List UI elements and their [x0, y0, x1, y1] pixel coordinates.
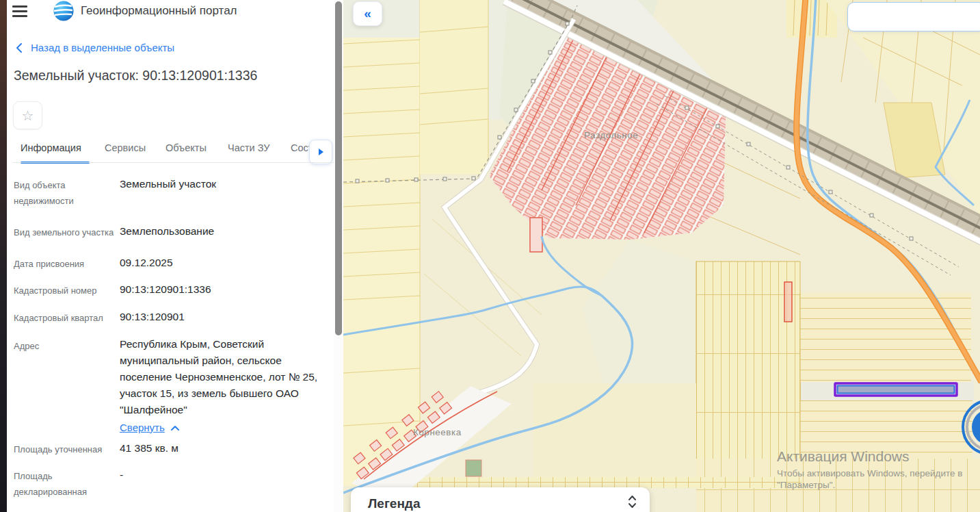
- back-link[interactable]: Назад в выделенные объекты: [16, 42, 174, 53]
- legend-panel[interactable]: Легенда: [351, 487, 650, 512]
- chevrons-up-down-icon: [627, 494, 637, 509]
- triangle-right-icon: [319, 149, 323, 155]
- map-search-box[interactable]: [847, 2, 980, 31]
- field-row: Площадь декларированная -: [14, 466, 328, 500]
- attributes-list: Вид объекта недвижимости Земельный участ…: [14, 175, 328, 500]
- field-row: Кадастровый номер 90:13:120901:1336: [14, 281, 328, 298]
- field-row: Вид объекта недвижимости Земельный участ…: [14, 175, 328, 209]
- background-window-edge: [0, 0, 7, 512]
- selected-parcel[interactable]: [835, 383, 957, 396]
- field-row: Площадь уточненная 41 385 кв. м: [14, 439, 328, 457]
- back-link-label: Назад в выделенные объекты: [31, 42, 174, 53]
- panel-collapse-button[interactable]: «: [353, 1, 382, 26]
- field-row: Вид земельного участка Землепользование: [14, 222, 328, 240]
- place-label-korneyevka: Корнеевка: [413, 427, 462, 437]
- field-row-address: Адрес Республика Крым, Советский муницип…: [14, 336, 328, 434]
- favorite-button[interactable]: ☆: [13, 101, 42, 129]
- tab-parts[interactable]: Части ЗУ: [228, 142, 270, 153]
- green-parcel: [466, 460, 481, 476]
- info-panel: Геоинформационный портал Назад в выделен…: [7, 0, 334, 512]
- map-search-input[interactable]: [848, 3, 980, 31]
- tabs-scroll-right-button[interactable]: [309, 140, 332, 164]
- legend-title: Легенда: [368, 496, 420, 511]
- tab-objects[interactable]: Объекты: [165, 142, 207, 153]
- address-collapse-link[interactable]: Свернуть: [120, 422, 179, 433]
- map-container[interactable]: Раздольное Корнеевка: [343, 0, 980, 512]
- double-chevron-left-icon: «: [364, 6, 371, 21]
- chevron-up-icon: [171, 425, 179, 431]
- place-label-razdolnoye: Раздольное: [584, 130, 638, 140]
- tabs-divider: [13, 162, 334, 163]
- app-logo-icon: [53, 1, 74, 21]
- field-row: Кадастровый квартал 90:13:120901: [14, 308, 328, 326]
- panel-scrollbar: [334, 0, 343, 512]
- app-title: Геоинформационный портал: [81, 4, 237, 18]
- legend-expand-toggle[interactable]: [627, 494, 637, 512]
- tab-services[interactable]: Сервисы: [105, 142, 146, 153]
- field-row: Дата присвоения 09.12.2025: [14, 254, 328, 272]
- map-canvas[interactable]: Раздольное Корнеевка: [343, 0, 980, 512]
- page-title: Земельный участок: 90:13:120901:1336: [14, 68, 257, 84]
- menu-icon[interactable]: [12, 5, 27, 18]
- tab-information[interactable]: Информация: [21, 142, 81, 153]
- star-icon: ☆: [22, 107, 34, 124]
- chevron-left-icon: [16, 43, 22, 53]
- tabs-bar: Информация Сервисы Объекты Части ЗУ Сост…: [14, 140, 334, 164]
- address-value: Республика Крым, Советский муниципальный…: [120, 336, 328, 418]
- red-parcel: [784, 282, 792, 322]
- panel-scrollbar-thumb[interactable]: [335, 1, 342, 335]
